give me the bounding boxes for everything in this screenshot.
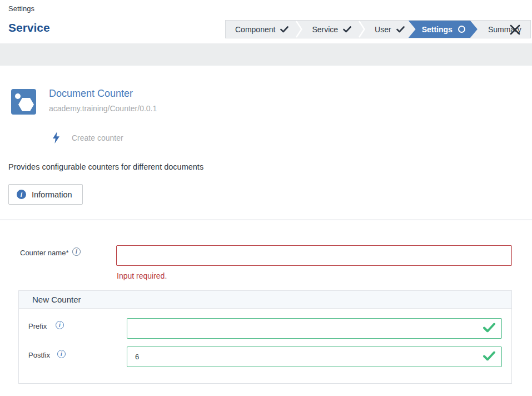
information-button[interactable]: i Information — [8, 184, 83, 205]
service-settings-page: Settings Service Component Service User — [0, 0, 532, 396]
counter-name-input-wrap — [116, 245, 512, 266]
check-icon — [343, 26, 351, 33]
postfix-input[interactable] — [127, 346, 502, 367]
prefix-input-wrap — [127, 318, 502, 339]
step-label: User — [375, 25, 391, 34]
page-title: Service — [8, 21, 50, 34]
wizard-stepper: Component Service User Settings — [225, 20, 531, 38]
step-label: Settings — [422, 25, 453, 34]
progress-circle-icon — [458, 26, 465, 33]
lightning-icon — [52, 132, 60, 146]
prefix-label: Prefix — [28, 322, 47, 330]
close-icon — [510, 24, 520, 35]
step-label: Component — [235, 25, 275, 34]
app-id: academy.training/Counter/0.0.1 — [49, 104, 157, 113]
prefix-input[interactable] — [127, 318, 502, 339]
step-settings-active[interactable]: Settings — [409, 21, 478, 38]
input-required-error: Input required. — [117, 271, 167, 280]
step-user[interactable]: User — [365, 21, 412, 38]
check-icon — [280, 26, 289, 33]
step-summary[interactable]: Summary — [478, 21, 530, 38]
step-component[interactable]: Component — [226, 21, 296, 38]
icon-dot — [15, 93, 21, 99]
close-button[interactable] — [508, 23, 521, 36]
section-divider — [0, 219, 532, 220]
toolbar-strip — [0, 43, 532, 66]
counter-name-label: Counter name* — [20, 249, 68, 257]
hexagon-icon — [18, 98, 34, 111]
app-icon — [11, 89, 36, 115]
chevron-separator-icon — [296, 21, 302, 38]
app-description: Provides configurable counters for diffe… — [8, 162, 203, 171]
chevron-separator-icon — [359, 21, 365, 38]
prefix-info-icon[interactable]: i — [56, 321, 64, 329]
panel-header: New Counter — [19, 291, 511, 309]
feature-label: Create counter — [72, 133, 123, 142]
postfix-info-icon[interactable]: i — [57, 350, 66, 358]
postfix-label: Postfix — [28, 351, 50, 359]
counter-name-input[interactable] — [116, 245, 512, 266]
step-service[interactable]: Service — [302, 21, 359, 38]
information-button-label: Information — [32, 190, 72, 199]
app-name: Document Counter — [49, 88, 133, 100]
info-filled-icon: i — [17, 190, 26, 199]
postfix-input-wrap — [127, 346, 502, 367]
step-label: Service — [312, 25, 338, 34]
breadcrumb: Settings — [8, 4, 34, 13]
counter-name-info-icon[interactable]: i — [72, 248, 81, 256]
check-icon — [396, 26, 405, 33]
